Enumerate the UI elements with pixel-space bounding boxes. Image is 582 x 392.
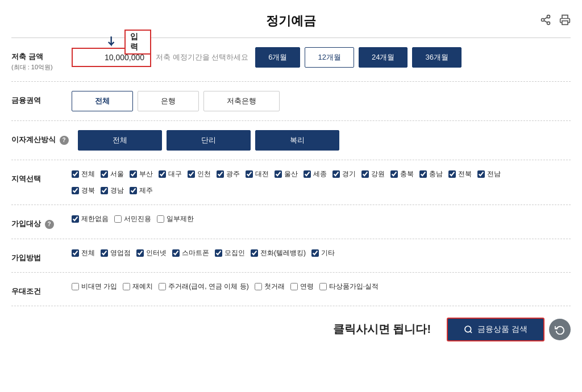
region-section: 지역선택 전체 서울 부산 대구 인천 광주 대전 울산 세종 경기 강원 충북… (11, 160, 571, 205)
region-check-대구[interactable]: 대구 (159, 169, 182, 179)
join-check-모집인[interactable]: 모집인 (215, 248, 245, 258)
target-info-icon[interactable]: ? (45, 220, 54, 229)
join-method-content: 전체 영업점 인터넷 스마트폰 모집인 전화(텔레뱅킹) 기타 (72, 248, 571, 258)
join-check-영업점[interactable]: 영업점 (101, 248, 131, 258)
period-btn-36[interactable]: 36개월 (412, 47, 461, 68)
finance-sector-label: 금융권역 (11, 91, 63, 106)
header-icons (540, 14, 571, 28)
preference-checkboxes: 비대면 가입 재예치 주거래(급여, 연금 이체 등) 첫거래 연령 타상품가입… (72, 282, 379, 291)
period-hint: 저축 예정기간을 선택하세요 (156, 52, 248, 62)
region-check-경기[interactable]: 경기 (332, 169, 356, 179)
pref-check-주거래[interactable]: 주거래(급여, 연금 이체 등) (159, 282, 248, 291)
region-checkboxes-row2: 경북 경남 제주 (72, 186, 571, 195)
pref-check-재예치[interactable]: 재예치 (123, 282, 153, 291)
region-check-세종[interactable]: 세종 (304, 169, 327, 179)
join-check-인터넷[interactable]: 인터넷 (136, 248, 167, 258)
preference-label: 우대조건 (11, 282, 63, 297)
target-check-제한없음[interactable]: 제한없음 (72, 214, 109, 224)
pref-check-연령[interactable]: 연령 (290, 282, 314, 291)
join-check-스마트폰[interactable]: 스마트폰 (172, 248, 209, 258)
period-btn-6[interactable]: 6개월 (255, 47, 300, 68)
target-check-서민진용[interactable]: 서민진용 (114, 214, 151, 224)
region-check-경북[interactable]: 경북 (72, 186, 95, 195)
region-content: 전체 서울 부산 대구 인천 광주 대전 울산 세종 경기 강원 충북 충남 전… (72, 169, 571, 195)
reset-icon (555, 324, 565, 335)
target-content: 제한없음 서민진용 일부제한 (72, 214, 571, 224)
region-check-전체[interactable]: 전체 (72, 169, 95, 179)
region-check-전남[interactable]: 전남 (477, 169, 501, 179)
interest-calc-label: 이자계산방식 ? (11, 130, 69, 145)
region-check-충북[interactable]: 충북 (390, 169, 414, 179)
interest-calc-content: 전체 단리 복리 (78, 130, 571, 151)
reset-button[interactable] (549, 319, 571, 340)
period-btn-24[interactable]: 24개월 (359, 47, 408, 68)
savings-amount-section: 저축 금액 (최대 : 10억원) 입력 저축 예정기간을 선택하세요 6개월 … (11, 38, 571, 82)
finance-sector-section: 금융권역 전체 은행 저축은행 (11, 82, 571, 121)
page-title: 정기예금 (266, 12, 316, 30)
join-check-전화[interactable]: 전화(텔레뱅킹) (251, 248, 306, 258)
search-button[interactable]: 금융상품 검색 (447, 318, 544, 341)
pref-check-타상품[interactable]: 타상품가입·실적 (319, 282, 379, 291)
savings-amount-label: 저축 금액 (최대 : 10억원) (11, 47, 63, 72)
region-check-서울[interactable]: 서울 (101, 169, 124, 179)
calc-btn-compound[interactable]: 복리 (255, 130, 339, 151)
region-check-충남[interactable]: 충남 (419, 169, 443, 179)
region-label: 지역선택 (11, 169, 63, 184)
finance-sector-content: 전체 은행 저축은행 (72, 91, 571, 111)
join-check-전체[interactable]: 전체 (72, 248, 95, 258)
sector-btn-bank[interactable]: 은행 (138, 91, 199, 111)
page-header: 정기예금 (11, 0, 571, 38)
print-icon[interactable] (559, 14, 571, 28)
interest-calc-info-icon[interactable]: ? (60, 136, 69, 145)
region-check-대전[interactable]: 대전 (246, 169, 269, 179)
calc-btn-all[interactable]: 전체 (78, 130, 162, 151)
target-label: 가입대상 ? (11, 214, 63, 229)
region-check-강원[interactable]: 강원 (361, 169, 385, 179)
region-checkboxes: 전체 서울 부산 대구 인천 광주 대전 울산 세종 경기 강원 충북 충남 전… (72, 169, 501, 179)
sector-btn-all[interactable]: 전체 (72, 91, 133, 111)
svg-rect-5 (562, 20, 568, 24)
savings-amount-content: 입력 저축 예정기간을 선택하세요 6개월 12개월 24개월 36개월 (72, 47, 571, 68)
target-checkboxes: 제한없음 서민진용 일부제한 (72, 214, 194, 224)
svg-line-3 (544, 20, 547, 22)
preference-section: 우대조건 비대면 가입 재예치 주거래(급여, 연금 이체 등) 첫거래 연령 … (11, 273, 571, 306)
svg-point-0 (547, 15, 550, 18)
svg-point-6 (465, 326, 471, 332)
region-check-부산[interactable]: 부산 (130, 169, 153, 179)
pref-check-비대면[interactable]: 비대면 가입 (72, 282, 117, 291)
interest-calc-section: 이자계산방식 ? 전체 단리 복리 (11, 121, 571, 160)
region-check-전북[interactable]: 전북 (448, 169, 472, 179)
click-annotation: 클릭사시면 됩니다! (333, 323, 431, 335)
svg-line-7 (470, 331, 472, 333)
pref-check-첫거래[interactable]: 첫거래 (255, 282, 285, 291)
search-bar: 클릭사시면 됩니다! 금융상품 검색 (11, 306, 571, 347)
region-check-경남[interactable]: 경남 (101, 186, 124, 195)
svg-point-1 (542, 18, 544, 21)
share-icon[interactable] (540, 14, 551, 28)
join-method-label: 가입방법 (11, 248, 63, 263)
search-icon (464, 325, 473, 334)
target-check-일부제한[interactable]: 일부제한 (157, 214, 194, 224)
preference-content: 비대면 가입 재예치 주거래(급여, 연금 이체 등) 첫거래 연령 타상품가입… (72, 282, 571, 291)
target-section: 가입대상 ? 제한없음 서민진용 일부제한 (11, 205, 571, 239)
region-check-인천[interactable]: 인천 (188, 169, 211, 179)
join-method-checkboxes: 전체 영업점 인터넷 스마트폰 모집인 전화(텔레뱅킹) 기타 (72, 248, 335, 258)
sector-btn-savings[interactable]: 저축은행 (203, 91, 280, 111)
svg-point-2 (547, 22, 550, 24)
region-check-광주[interactable]: 광주 (217, 169, 240, 179)
region-check-울산[interactable]: 울산 (275, 169, 298, 179)
period-btn-12[interactable]: 12개월 (305, 47, 354, 68)
join-check-기타[interactable]: 기타 (311, 248, 335, 258)
svg-line-4 (544, 17, 547, 19)
join-method-section: 가입방법 전체 영업점 인터넷 스마트폰 모집인 전화(텔레뱅킹) 기타 (11, 239, 571, 273)
calc-btn-simple[interactable]: 단리 (167, 130, 251, 151)
amount-input[interactable] (72, 48, 151, 67)
region-check-제주[interactable]: 제주 (130, 186, 153, 195)
